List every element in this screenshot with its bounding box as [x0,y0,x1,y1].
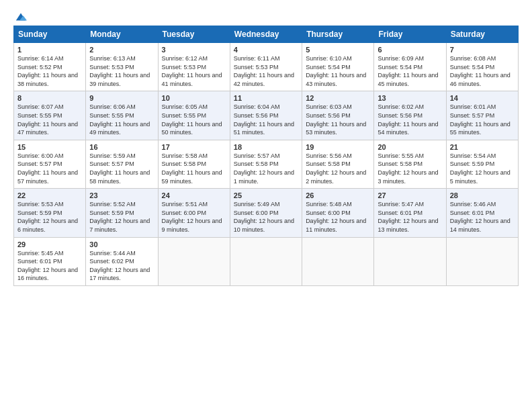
calendar-week-row: 8 Sunrise: 6:07 AM Sunset: 5:55 PM Dayli… [14,91,519,140]
day-number: 22 [17,191,82,199]
day-info: Sunrise: 6:09 AM Sunset: 5:54 PM Dayligh… [378,54,442,88]
day-info: Sunrise: 5:51 AM Sunset: 6:00 PM Dayligh… [162,200,226,234]
day-info: Sunrise: 5:47 AM Sunset: 6:01 PM Dayligh… [378,200,442,234]
day-number: 19 [306,143,370,151]
calendar-header-cell: Wednesday [230,26,302,43]
calendar-header-row: SundayMondayTuesdayWednesdayThursdayFrid… [14,26,519,43]
day-info: Sunrise: 6:08 AM Sunset: 5:54 PM Dayligh… [450,54,515,88]
calendar-header-cell: Friday [374,26,446,43]
calendar-day-cell: 7 Sunrise: 6:08 AM Sunset: 5:54 PM Dayli… [446,43,518,91]
day-number: 3 [162,46,226,54]
day-info: Sunrise: 5:45 AM Sunset: 6:01 PM Dayligh… [17,249,82,283]
calendar-day-cell: 25 Sunrise: 5:49 AM Sunset: 6:00 PM Dayl… [230,189,302,237]
calendar-day-cell: 3 Sunrise: 6:12 AM Sunset: 5:53 PM Dayli… [158,43,230,91]
calendar-day-cell: 19 Sunrise: 5:56 AM Sunset: 5:58 PM Dayl… [302,140,374,188]
day-info: Sunrise: 5:44 AM Sunset: 6:02 PM Dayligh… [89,249,154,283]
day-number: 11 [234,94,298,102]
day-number: 9 [89,94,154,102]
day-info: Sunrise: 6:05 AM Sunset: 5:55 PM Dayligh… [162,103,226,136]
day-number: 16 [89,143,154,151]
calendar-day-cell: 30 Sunrise: 5:44 AM Sunset: 6:02 PM Dayl… [86,237,158,285]
calendar-header-cell: Sunday [14,26,86,43]
day-info: Sunrise: 5:53 AM Sunset: 5:59 PM Dayligh… [17,200,82,234]
calendar: SundayMondayTuesdayWednesdayThursdayFrid… [13,26,519,286]
day-info: Sunrise: 5:48 AM Sunset: 6:00 PM Dayligh… [306,200,370,234]
calendar-header-cell: Thursday [302,26,374,43]
calendar-day-cell: 17 Sunrise: 5:58 AM Sunset: 5:58 PM Dayl… [158,140,230,188]
calendar-day-cell: 10 Sunrise: 6:05 AM Sunset: 5:55 PM Dayl… [158,91,230,140]
day-number: 27 [378,191,442,199]
calendar-day-cell: 14 Sunrise: 6:01 AM Sunset: 5:57 PM Dayl… [446,91,518,140]
calendar-day-cell: 21 Sunrise: 5:54 AM Sunset: 5:59 PM Dayl… [446,140,518,188]
day-info: Sunrise: 6:00 AM Sunset: 5:57 PM Dayligh… [17,152,82,185]
day-info: Sunrise: 5:57 AM Sunset: 5:58 PM Dayligh… [234,152,298,185]
calendar-body: 1 Sunrise: 6:14 AM Sunset: 5:52 PM Dayli… [14,43,519,286]
day-number: 8 [17,94,82,102]
calendar-day-cell: 2 Sunrise: 6:13 AM Sunset: 5:53 PM Dayli… [86,43,158,91]
day-info: Sunrise: 5:49 AM Sunset: 6:00 PM Dayligh… [234,200,298,234]
day-info: Sunrise: 5:58 AM Sunset: 5:58 PM Dayligh… [162,152,226,185]
day-number: 10 [162,94,226,102]
calendar-day-cell: 28 Sunrise: 5:46 AM Sunset: 6:01 PM Dayl… [446,189,518,237]
calendar-header-cell: Monday [86,26,158,43]
day-number: 14 [450,94,515,102]
day-info: Sunrise: 6:07 AM Sunset: 5:55 PM Dayligh… [17,103,82,136]
day-info: Sunrise: 6:11 AM Sunset: 5:53 PM Dayligh… [234,54,298,88]
day-number: 6 [378,46,442,54]
calendar-day-cell: 5 Sunrise: 6:10 AM Sunset: 5:54 PM Dayli… [302,43,374,91]
day-number: 1 [17,46,82,54]
calendar-day-cell: 23 Sunrise: 5:52 AM Sunset: 5:59 PM Dayl… [86,189,158,237]
calendar-day-cell: 24 Sunrise: 5:51 AM Sunset: 6:00 PM Dayl… [158,189,230,237]
calendar-day-cell: 22 Sunrise: 5:53 AM Sunset: 5:59 PM Dayl… [14,189,86,237]
day-info: Sunrise: 6:03 AM Sunset: 5:56 PM Dayligh… [306,103,370,136]
day-info: Sunrise: 5:46 AM Sunset: 6:01 PM Dayligh… [450,200,515,234]
day-number: 15 [17,143,82,151]
calendar-day-cell: 12 Sunrise: 6:03 AM Sunset: 5:56 PM Dayl… [302,91,374,140]
day-number: 7 [450,46,515,54]
day-number: 13 [378,94,442,102]
calendar-week-row: 29 Sunrise: 5:45 AM Sunset: 6:01 PM Dayl… [14,237,519,285]
logo-icon [15,11,27,23]
calendar-day-cell: 29 Sunrise: 5:45 AM Sunset: 6:01 PM Dayl… [14,237,86,285]
calendar-day-cell: 13 Sunrise: 6:02 AM Sunset: 5:56 PM Dayl… [374,91,446,140]
calendar-day-cell: 1 Sunrise: 6:14 AM Sunset: 5:52 PM Dayli… [14,43,86,91]
day-info: Sunrise: 6:01 AM Sunset: 5:57 PM Dayligh… [450,103,515,136]
calendar-day-cell: 6 Sunrise: 6:09 AM Sunset: 5:54 PM Dayli… [374,43,446,91]
day-number: 4 [234,46,298,54]
day-number: 29 [17,240,82,248]
day-info: Sunrise: 6:12 AM Sunset: 5:53 PM Dayligh… [162,54,226,88]
day-info: Sunrise: 5:52 AM Sunset: 5:59 PM Dayligh… [89,200,154,234]
calendar-day-cell [446,237,518,285]
day-info: Sunrise: 6:04 AM Sunset: 5:56 PM Dayligh… [234,103,298,136]
day-number: 2 [89,46,154,54]
logo [13,11,27,23]
day-info: Sunrise: 5:55 AM Sunset: 5:58 PM Dayligh… [378,152,442,185]
calendar-week-row: 22 Sunrise: 5:53 AM Sunset: 5:59 PM Dayl… [14,189,519,237]
calendar-day-cell [374,237,446,285]
calendar-week-row: 1 Sunrise: 6:14 AM Sunset: 5:52 PM Dayli… [14,43,519,91]
calendar-header-cell: Saturday [446,26,518,43]
calendar-day-cell: 18 Sunrise: 5:57 AM Sunset: 5:58 PM Dayl… [230,140,302,188]
day-number: 12 [306,94,370,102]
calendar-week-row: 15 Sunrise: 6:00 AM Sunset: 5:57 PM Dayl… [14,140,519,188]
day-number: 18 [234,143,298,151]
calendar-day-cell: 4 Sunrise: 6:11 AM Sunset: 5:53 PM Dayli… [230,43,302,91]
day-number: 24 [162,191,226,199]
calendar-day-cell: 20 Sunrise: 5:55 AM Sunset: 5:58 PM Dayl… [374,140,446,188]
day-number: 20 [378,143,442,151]
calendar-day-cell: 27 Sunrise: 5:47 AM Sunset: 6:01 PM Dayl… [374,189,446,237]
calendar-day-cell [230,237,302,285]
day-info: Sunrise: 5:56 AM Sunset: 5:58 PM Dayligh… [306,152,370,185]
day-info: Sunrise: 6:13 AM Sunset: 5:53 PM Dayligh… [89,54,154,88]
calendar-day-cell: 15 Sunrise: 6:00 AM Sunset: 5:57 PM Dayl… [14,140,86,188]
day-number: 5 [306,46,370,54]
calendar-day-cell: 26 Sunrise: 5:48 AM Sunset: 6:00 PM Dayl… [302,189,374,237]
day-number: 17 [162,143,226,151]
day-number: 30 [89,240,154,248]
day-info: Sunrise: 5:59 AM Sunset: 5:57 PM Dayligh… [89,152,154,185]
day-info: Sunrise: 6:06 AM Sunset: 5:55 PM Dayligh… [89,103,154,136]
day-number: 23 [89,191,154,199]
day-number: 21 [450,143,515,151]
day-info: Sunrise: 5:54 AM Sunset: 5:59 PM Dayligh… [450,152,515,185]
calendar-day-cell: 16 Sunrise: 5:59 AM Sunset: 5:57 PM Dayl… [86,140,158,188]
